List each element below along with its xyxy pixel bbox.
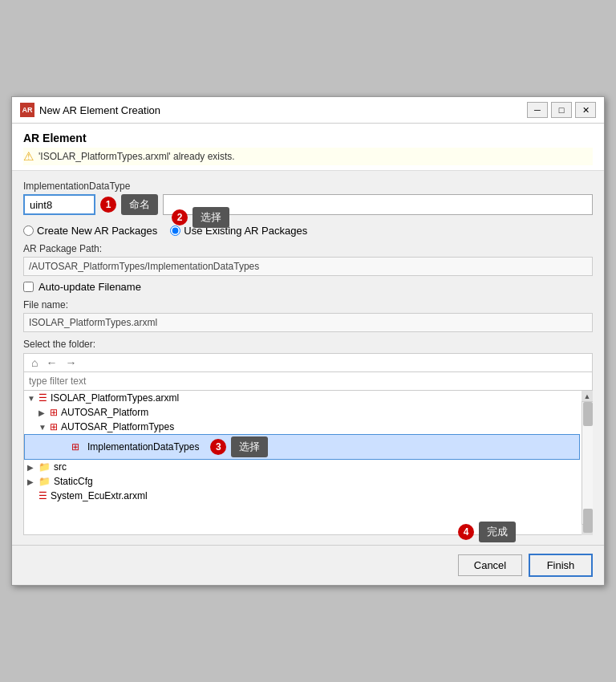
annotation-4-group: 4 完成 — [458, 522, 516, 542]
file-name-group: File name: — [23, 299, 593, 332]
annotation-label-3: 选择 — [231, 436, 268, 457]
tree-expand-arrow[interactable]: ▶ — [27, 463, 38, 472]
package-path-label: AR Package Path: — [23, 243, 593, 254]
tree-item-label: System_EcuExtr.arxml — [51, 490, 148, 501]
cancel-button[interactable]: Cancel — [458, 554, 522, 576]
ar-file-icon: ☰ — [38, 490, 47, 501]
auto-update-checkbox[interactable] — [23, 282, 34, 292]
tree-item-label: ImplementationDataTypes — [87, 441, 199, 453]
warning-icon: ⚠ — [23, 149, 34, 164]
annotation-label-1: 命名 — [121, 194, 158, 215]
folder-label: Select the folder: — [23, 339, 593, 350]
scroll-thumb-top[interactable] — [583, 402, 593, 426]
tree-wrapper: ▼ ☰ ISOLAR_PlatformTypes.arxml ▶ ⊞ AUTOS… — [23, 391, 593, 535]
name-input-row: 1 命名 — [23, 194, 593, 215]
warning-row: ⚠ 'ISOLAR_PlatformTypes.arxml' already e… — [23, 148, 593, 165]
dialog-title: New AR Element Creation — [39, 104, 160, 116]
filter-input-row — [23, 372, 593, 391]
folder-icon: 📁 — [38, 461, 51, 473]
warning-text: 'ISOLAR_PlatformTypes.arxml' already exi… — [38, 151, 235, 162]
annotation-badge-1: 1 — [100, 197, 116, 213]
section-title: AR Element — [23, 132, 593, 144]
file-name-label: File name: — [23, 299, 593, 311]
minimize-button[interactable]: ─ — [527, 102, 548, 118]
close-button[interactable]: ✕ — [575, 102, 596, 118]
footer: 4 完成 Cancel Finish — [12, 545, 604, 585]
tree-item-label: AUTOSAR_Platform — [61, 407, 148, 418]
dialog-icon: AR — [20, 103, 34, 117]
section-header: AR Element ⚠ 'ISOLAR_PlatformTypes.arxml… — [12, 124, 604, 171]
title-bar-controls: ─ □ ✕ — [527, 102, 596, 118]
maximize-button[interactable]: □ — [551, 102, 572, 118]
home-button[interactable]: ⌂ — [29, 356, 40, 369]
annotation-label-4: 完成 — [479, 522, 516, 542]
forward-button[interactable]: → — [63, 356, 79, 369]
scroll-thumb-bottom[interactable] — [583, 509, 593, 533]
tree-item[interactable]: ▶ 📁 src — [24, 460, 580, 474]
scroll-up-button[interactable]: ▲ — [582, 391, 593, 402]
folder-toolbar: ⌂ ← → — [23, 353, 593, 372]
back-button[interactable]: ← — [43, 356, 59, 369]
ar-file-icon: ☰ — [38, 392, 47, 404]
tree-expand-arrow[interactable]: ▶ — [38, 408, 50, 417]
package-path-input — [23, 257, 593, 276]
tree-item[interactable]: ▶ ⊞ AUTOSAR_Platform — [24, 405, 580, 420]
tree-item-selected[interactable]: ▶ ⊞ ImplementationDataTypes 3 选择 — [24, 434, 580, 460]
folder-icon: 📁 — [38, 476, 51, 487]
tree-container[interactable]: ▼ ☰ ISOLAR_PlatformTypes.arxml ▶ ⊞ AUTOS… — [23, 391, 593, 535]
tree-expand-arrow[interactable]: ▶ — [27, 477, 38, 486]
tree-item[interactable]: ▼ ⊞ AUTOSAR_PlatformTypes — [24, 420, 580, 434]
tree-expand-arrow[interactable]: ▼ — [27, 394, 38, 403]
tree-item-label: ISOLAR_PlatformTypes.arxml — [51, 392, 179, 404]
radio-create-input[interactable] — [23, 225, 34, 236]
vertical-scrollbar[interactable]: ▲ ▼ — [582, 391, 593, 535]
tree-item[interactable]: ▶ ☰ System_EcuExtr.arxml — [24, 489, 580, 503]
radio-create-label: Create New AR Packages — [37, 225, 157, 237]
finish-button[interactable]: Finish — [529, 554, 593, 577]
auto-update-row: Auto-update Filename — [23, 281, 593, 293]
annotation-badge-4: 4 — [458, 524, 474, 540]
name-input[interactable] — [23, 194, 95, 215]
ar-pkg-icon: ⊞ — [71, 441, 79, 453]
annotation-2-group: 2 选择 — [172, 207, 229, 228]
tree-expand-arrow[interactable]: ▼ — [38, 423, 50, 432]
file-name-input — [23, 313, 593, 332]
annotation-badge-2: 2 — [172, 209, 188, 225]
filter-input[interactable] — [24, 372, 578, 390]
folder-section: Select the folder: ⌂ ← → ▼ ☰ — [23, 339, 593, 535]
radio-row: Create New AR Packages 2 选择 Use Existing… — [23, 225, 593, 237]
title-bar: AR New AR Element Creation ─ □ ✕ — [12, 97, 604, 124]
dialog: AR New AR Element Creation ─ □ ✕ AR Elem… — [11, 96, 605, 586]
content-area: ImplementationDataType 1 命名 Create New A… — [12, 171, 604, 545]
ar-pkg-icon: ⊞ — [50, 421, 58, 432]
annotation-badge-3: 3 — [210, 439, 226, 455]
tree-item-label: AUTOSAR_PlatformTypes — [61, 421, 174, 432]
type-label: ImplementationDataType — [23, 181, 593, 192]
tree-item-label: StaticCfg — [54, 476, 93, 487]
package-path-group: AR Package Path: — [23, 243, 593, 276]
tree-item[interactable]: ▶ 📁 StaticCfg — [24, 474, 580, 489]
auto-update-label: Auto-update Filename — [38, 281, 141, 293]
radio-create[interactable]: Create New AR Packages — [23, 225, 157, 237]
tree-item[interactable]: ▼ ☰ ISOLAR_PlatformTypes.arxml — [24, 391, 580, 405]
scroll-track — [582, 402, 593, 426]
annotation-label-2: 选择 — [192, 207, 229, 228]
title-bar-left: AR New AR Element Creation — [20, 103, 160, 117]
tree-item-label: src — [54, 461, 67, 473]
ar-pkg-icon: ⊞ — [50, 407, 58, 418]
